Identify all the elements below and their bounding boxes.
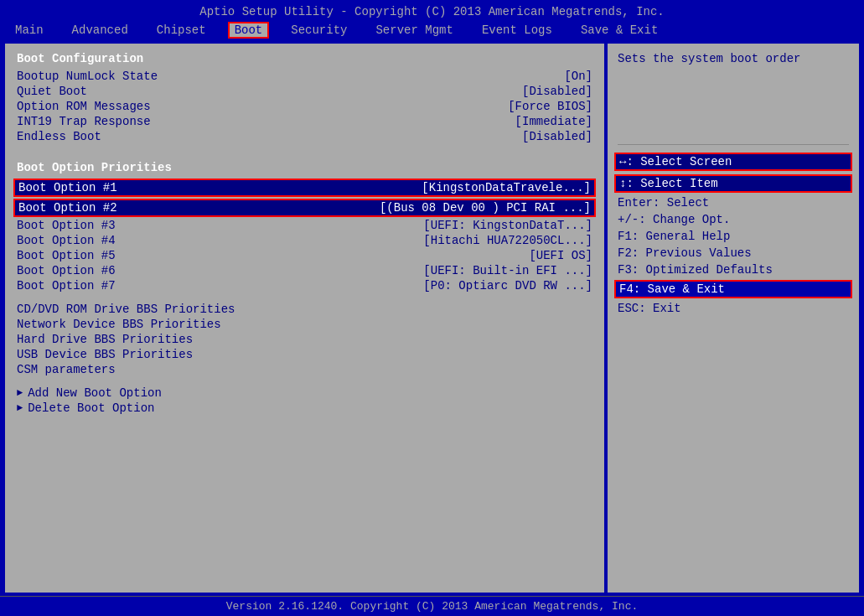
endless-boot-value: [Disabled]	[522, 130, 592, 143]
boot-option-6[interactable]: Boot Option #6 [UEFI: Built-in EFI ...]	[17, 263, 592, 278]
hard-drive-bbs-label: Hard Drive BBS Priorities	[17, 333, 193, 346]
select-screen-label: ↔: Select Screen	[619, 155, 732, 168]
boot-option-2-label: Boot Option #2	[18, 201, 117, 215]
boot-option-3[interactable]: Boot Option #3 [UEFI: KingstonDataT...]	[17, 218, 592, 233]
cd-dvd-priorities[interactable]: CD/DVD ROM Drive BBS Priorities	[17, 302, 592, 317]
cd-dvd-label: CD/DVD ROM Drive BBS Priorities	[17, 303, 235, 316]
int19-label: INT19 Trap Response	[17, 115, 151, 128]
boot-option-2-value: [(Bus 08 Dev 00 ) PCI RAI ...]	[380, 201, 591, 215]
menu-item-boot[interactable]: Boot	[228, 22, 270, 39]
csm-label: CSM parameters	[17, 363, 116, 376]
boot-option-2[interactable]: Boot Option #2 [(Bus 08 Dev 00 ) PCI RAI…	[13, 199, 596, 217]
menu-item-chipset[interactable]: Chipset	[150, 22, 213, 39]
network-bbs-label: Network Device BBS Priorities	[17, 318, 221, 331]
change-opt-label: +/-: Change Opt.	[618, 213, 730, 226]
left-panel: Boot Configuration Bootup NumLock State …	[5, 44, 604, 593]
right-panel: Sets the system boot order ↔: Select Scr…	[608, 44, 859, 593]
control-f4[interactable]: F4: Save & Exit	[614, 280, 852, 298]
arrow-delete-icon: ►	[17, 402, 23, 414]
row-int19[interactable]: INT19 Trap Response [Immediate]	[17, 114, 592, 129]
hard-drive-bbs-priorities[interactable]: Hard Drive BBS Priorities	[17, 332, 592, 347]
divider	[618, 144, 849, 145]
f1-label: F1: General Help	[618, 230, 730, 243]
boot-option-3-label: Boot Option #3	[17, 219, 116, 232]
control-change-opt: +/-: Change Opt.	[618, 212, 849, 227]
boot-config-title: Boot Configuration	[17, 52, 592, 65]
menu-item-security[interactable]: Security	[284, 22, 354, 39]
menu-item-server-mgmt[interactable]: Server Mgmt	[369, 22, 459, 39]
controls-list: ↔: Select Screen ↕: Select Item Enter: S…	[618, 152, 849, 316]
int19-value: [Immediate]	[515, 115, 592, 128]
boot-option-7-value: [P0: Optiarc DVD RW ...]	[423, 279, 592, 292]
boot-option-6-label: Boot Option #6	[17, 264, 116, 277]
row-numlock[interactable]: Bootup NumLock State [On]	[17, 69, 592, 84]
enter-label: Enter: Select	[618, 196, 709, 210]
usb-bbs-priorities[interactable]: USB Device BBS Priorities	[17, 347, 592, 362]
boot-option-7-label: Boot Option #7	[17, 279, 116, 292]
boot-option-5-value: [UEFI OS]	[529, 249, 592, 262]
menu-item-main[interactable]: Main	[8, 22, 50, 39]
status-bar: Version 2.16.1240. Copyright (C) 2013 Am…	[0, 596, 864, 616]
control-f3: F3: Optimized Defaults	[618, 262, 849, 277]
f2-label: F2: Previous Values	[618, 246, 752, 260]
boot-option-5[interactable]: Boot Option #5 [UEFI OS]	[17, 248, 592, 263]
delete-boot-label: Delete Boot Option	[28, 401, 154, 415]
numlock-value: [On]	[564, 70, 592, 83]
status-text: Version 2.16.1240. Copyright (C) 2013 Am…	[226, 600, 638, 613]
boot-option-1-label: Boot Option #1	[18, 181, 117, 194]
control-esc: ESC: Exit	[618, 301, 849, 316]
menu-bar: Main Advanced Chipset Boot Security Serv…	[0, 20, 864, 40]
help-text: Sets the system boot order	[618, 52, 849, 65]
row-option-rom[interactable]: Option ROM Messages [Force BIOS]	[17, 99, 592, 114]
add-new-boot-option[interactable]: ► Add New Boot Option	[17, 386, 592, 401]
boot-option-6-value: [UEFI: Built-in EFI ...]	[423, 264, 592, 277]
option-rom-label: Option ROM Messages	[17, 100, 151, 113]
main-content: Boot Configuration Bootup NumLock State …	[5, 44, 859, 593]
option-rom-value: [Force BIOS]	[508, 100, 592, 113]
select-item-label: ↕: Select Item	[619, 177, 718, 190]
numlock-label: Bootup NumLock State	[17, 70, 158, 83]
row-quiet-boot[interactable]: Quiet Boot [Disabled]	[17, 84, 592, 99]
control-enter: Enter: Select	[618, 195, 849, 210]
bios-screen: Aptio Setup Utility - Copyright (C) 2013…	[0, 0, 864, 616]
menu-item-event-logs[interactable]: Event Logs	[475, 22, 559, 39]
quiet-boot-label: Quiet Boot	[17, 85, 87, 98]
add-boot-label: Add New Boot Option	[28, 386, 162, 400]
boot-option-3-value: [UEFI: KingstonDataT...]	[423, 219, 592, 232]
menu-item-advanced[interactable]: Advanced	[65, 22, 135, 39]
f4-label: F4: Save & Exit	[619, 282, 725, 296]
control-f1: F1: General Help	[618, 229, 849, 244]
row-endless-boot[interactable]: Endless Boot [Disabled]	[17, 129, 592, 144]
boot-option-1-value: [KingstonDataTravele...]	[422, 181, 591, 194]
title-text: Aptio Setup Utility - Copyright (C) 2013…	[199, 5, 665, 18]
boot-option-4-label: Boot Option #4	[17, 234, 116, 247]
usb-bbs-label: USB Device BBS Priorities	[17, 348, 193, 361]
boot-priorities-title: Boot Option Priorities	[17, 161, 592, 174]
arrow-add-icon: ►	[17, 387, 23, 399]
delete-boot-option[interactable]: ► Delete Boot Option	[17, 401, 592, 416]
endless-boot-label: Endless Boot	[17, 130, 101, 143]
f3-label: F3: Optimized Defaults	[618, 263, 773, 277]
network-bbs-priorities[interactable]: Network Device BBS Priorities	[17, 317, 592, 332]
boot-option-1[interactable]: Boot Option #1 [KingstonDataTravele...]	[13, 179, 596, 197]
title-bar: Aptio Setup Utility - Copyright (C) 2013…	[0, 0, 864, 20]
quiet-boot-value: [Disabled]	[522, 85, 592, 98]
boot-option-4[interactable]: Boot Option #4 [Hitachi HUA722050CL...]	[17, 233, 592, 248]
esc-label: ESC: Exit	[618, 302, 681, 315]
control-f2: F2: Previous Values	[618, 246, 849, 261]
control-select-item: ↕: Select Item	[614, 174, 852, 193]
boot-option-5-label: Boot Option #5	[17, 249, 116, 262]
menu-item-save-exit[interactable]: Save & Exit	[574, 22, 665, 39]
boot-option-7[interactable]: Boot Option #7 [P0: Optiarc DVD RW ...]	[17, 278, 592, 293]
control-select-screen: ↔: Select Screen	[614, 153, 852, 171]
boot-option-4-value: [Hitachi HUA722050CL...]	[423, 234, 592, 247]
csm-parameters[interactable]: CSM parameters	[17, 362, 592, 377]
